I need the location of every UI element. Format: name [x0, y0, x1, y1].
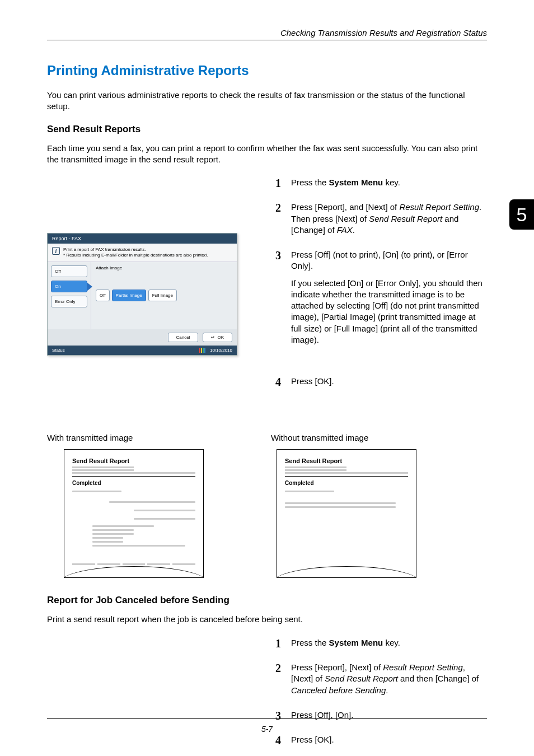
signal-icon — [199, 348, 205, 353]
panel-main: Attach Image Off Partial Image Full Imag… — [91, 262, 237, 329]
option-on[interactable]: On — [51, 281, 87, 292]
step-number: 1 — [271, 177, 281, 194]
panel-title: Report - FAX — [48, 234, 237, 244]
left-column: Report - FAX i Print a report of FAX tra… — [47, 177, 254, 400]
send-result-reports-heading: Send Result Reports — [47, 124, 487, 135]
step-b2: 2 Press [Report], [Next] of Result Repor… — [271, 662, 487, 702]
page: Checking Transmission Results and Regist… — [0, 0, 534, 756]
running-header: Checking Transmission Results and Regist… — [47, 28, 487, 40]
thumb-title: Send Result Report — [277, 450, 416, 465]
header-text: Checking Transmission Results and Regist… — [47, 28, 487, 38]
panel-body: Off On Error Only Attach Image Off Parti… — [48, 262, 237, 329]
thumb-status: Completed — [64, 479, 203, 487]
step-body: Press [Report], and [Next] of Result Rep… — [291, 202, 487, 241]
panel-side-options: Off On Error Only — [48, 262, 91, 329]
step-number: 2 — [271, 662, 281, 702]
page-footer: 5-7 — [47, 718, 487, 734]
enter-icon: ↵ — [211, 335, 215, 340]
canceled-text: Print a send result report when the job … — [47, 614, 487, 625]
status-date: 10/10/2010 — [210, 348, 232, 353]
step-b4: 4 Press [OK]. — [271, 734, 487, 751]
panel-footer-buttons: Cancel ↵OK — [48, 329, 237, 346]
report-fax-panel: Report - FAX i Print a report of FAX tra… — [47, 233, 237, 356]
step-number: 2 — [271, 202, 281, 241]
intro-paragraph: You can print various administrative rep… — [47, 90, 487, 111]
page-number: 5-7 — [261, 725, 273, 734]
cancel-button[interactable]: Cancel — [168, 333, 199, 342]
step-number: 3 — [271, 249, 281, 351]
page-title: Printing Administrative Reports — [47, 63, 487, 78]
cancel-label: Cancel — [176, 335, 190, 340]
step-number: 4 — [271, 734, 281, 751]
option-off[interactable]: Off — [51, 265, 87, 277]
step-number: 1 — [271, 637, 281, 654]
step-body: Press the System Menu key. — [291, 177, 487, 194]
ok-button[interactable]: ↵OK — [203, 333, 232, 342]
status-label[interactable]: Status — [52, 348, 65, 353]
thumb-status: Completed — [277, 479, 416, 487]
thumb-without-image: Send Result Report Completed — [277, 449, 416, 578]
thumb-title: Send Result Report — [64, 450, 203, 465]
steps-b-layout: 1 Press the System Menu key. 2 Press [Re… — [47, 637, 487, 756]
step-1: 1 Press the System Menu key. — [271, 177, 487, 194]
step-2: 2 Press [Report], and [Next] of Result R… — [271, 202, 487, 241]
right-column: 1 Press the System Menu key. 2 Press [Re… — [271, 177, 487, 400]
step-4: 4 Press [OK]. — [271, 376, 487, 393]
attach-image-label: Attach Image — [96, 265, 232, 270]
attach-partial[interactable]: Partial Image — [112, 290, 146, 301]
attach-off[interactable]: Off — [96, 290, 110, 301]
step-body: Press [Off] (not to print), [On] (to pri… — [291, 249, 487, 351]
step-body: Press [OK]. — [291, 376, 487, 393]
panel-info-row: i Print a report of FAX transmission res… — [48, 244, 237, 262]
attach-image-options: Off Partial Image Full Image — [96, 290, 232, 301]
step-3: 3 Press [Off] (not to print), [On] (to p… — [271, 249, 487, 351]
attach-full[interactable]: Full Image — [148, 290, 177, 301]
chapter-tab: 5 — [509, 199, 534, 230]
option-error-only[interactable]: Error Only — [51, 296, 87, 307]
chapter-tab-label: 5 — [517, 204, 527, 226]
thumb-with-image: Send Result Report Completed — [64, 449, 204, 578]
panel-status-bar: Status 10/10/2010 — [48, 346, 237, 355]
two-column-layout: Report - FAX i Print a report of FAX tra… — [47, 177, 487, 400]
panel-info-text: Print a report of FAX transmission resul… — [63, 247, 208, 258]
step-b1: 1 Press the System Menu key. — [271, 637, 487, 654]
panel-info-line2: * Results including E-mail/Folder in mul… — [63, 253, 208, 258]
report-thumbnails: Send Result Report Completed Send Result… — [47, 449, 487, 578]
step-number: 4 — [271, 376, 281, 393]
send-result-reports-text: Each time you send a fax, you can print … — [47, 143, 487, 165]
caption-with-image: With transmitted image — [47, 433, 271, 442]
canceled-heading: Report for Job Canceled before Sending — [47, 595, 487, 606]
caption-without-image: Without transmitted image — [271, 433, 368, 442]
thumb-captions: With transmitted image Without transmitt… — [47, 433, 487, 442]
info-icon: i — [52, 247, 60, 255]
ok-label: OK — [217, 335, 224, 340]
panel-info-line1: Print a report of FAX transmission resul… — [63, 247, 208, 253]
